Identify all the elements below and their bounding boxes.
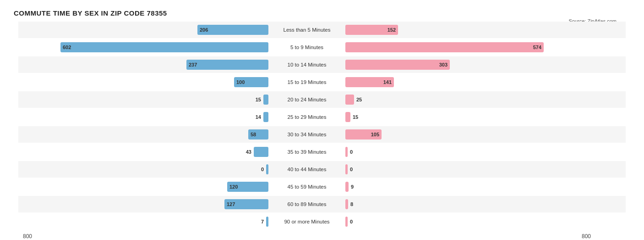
row-label: 90 or more Minutes xyxy=(270,219,344,224)
male-value: 127 xyxy=(227,201,235,207)
male-value: 120 xyxy=(229,184,238,190)
right-bar-container: 152 xyxy=(344,25,595,35)
chart-row: 14 25 to 29 Minutes 15 xyxy=(18,109,626,125)
row-label: 40 to 44 Minutes xyxy=(270,167,344,172)
row-label: 60 to 89 Minutes xyxy=(270,201,344,207)
right-bar-container: 25 xyxy=(344,95,595,105)
right-bar-container: 574 xyxy=(344,42,595,52)
female-value: 303 xyxy=(439,62,448,67)
female-value: 9 xyxy=(351,184,365,190)
right-bar-container: 15 xyxy=(344,112,595,122)
male-bar: 58 xyxy=(248,129,268,140)
row-label: 5 to 9 Minutes xyxy=(270,45,344,50)
female-bar xyxy=(345,147,348,157)
left-bar-container: 14 xyxy=(18,112,270,122)
male-bar: 237 xyxy=(186,60,268,70)
female-value: 15 xyxy=(353,114,366,120)
left-bar-container: 206 xyxy=(18,25,270,35)
female-bar: 105 xyxy=(345,129,382,140)
male-bar: 127 xyxy=(224,199,268,209)
female-bar: 152 xyxy=(345,25,398,35)
right-bar-container: 0 xyxy=(344,147,595,157)
axis-left-value: 800 xyxy=(18,233,270,240)
chart-row: 100 15 to 19 Minutes 141 xyxy=(18,74,626,90)
female-value: 141 xyxy=(383,79,392,85)
left-bar-container: 7 xyxy=(18,217,270,227)
male-value: 100 xyxy=(236,79,245,85)
male-bar xyxy=(263,112,268,122)
male-value: 0 xyxy=(250,167,264,172)
chart-row: 127 60 to 89 Minutes 8 xyxy=(18,196,626,212)
female-bar xyxy=(345,95,354,105)
female-value: 8 xyxy=(350,201,364,207)
male-value: 15 xyxy=(247,97,261,102)
female-bar xyxy=(345,112,350,122)
chart-title: COMMUTE TIME BY SEX IN ZIP CODE 78355 xyxy=(14,9,630,17)
chart-row: 602 5 to 9 Minutes 574 xyxy=(18,39,626,56)
chart-row: 120 45 to 59 Minutes 9 xyxy=(18,179,626,195)
chart-row: 7 90 or more Minutes 0 xyxy=(18,213,626,230)
axis-row: 800 800 xyxy=(18,231,626,240)
female-bar xyxy=(345,164,348,174)
male-value: 237 xyxy=(189,62,197,67)
axis-right-value: 800 xyxy=(344,233,595,240)
female-value: 25 xyxy=(356,97,370,102)
female-bar xyxy=(345,182,349,192)
female-bar: 303 xyxy=(345,60,450,70)
right-bar-container: 8 xyxy=(344,199,595,209)
left-bar-container: 43 xyxy=(18,147,270,157)
female-value: 152 xyxy=(387,27,396,33)
female-value: 105 xyxy=(371,132,379,137)
chart-row: 15 20 to 24 Minutes 25 xyxy=(18,91,626,108)
row-label: 25 to 29 Minutes xyxy=(270,114,344,120)
row-label: 30 to 34 Minutes xyxy=(270,132,344,137)
chart-row: 237 10 to 14 Minutes 303 xyxy=(18,56,626,73)
left-bar-container: 120 xyxy=(18,182,270,192)
right-bar-container: 9 xyxy=(344,182,595,192)
male-value: 206 xyxy=(200,27,208,33)
male-bar: 602 xyxy=(60,42,268,52)
right-bar-container: 0 xyxy=(344,164,595,174)
row-label: 20 to 24 Minutes xyxy=(270,97,344,102)
chart-area: 206 Less than 5 Minutes 152 602 5 to 9 M… xyxy=(14,22,630,240)
left-bar-container: 15 xyxy=(18,95,270,105)
left-bar-container: 0 xyxy=(18,164,270,174)
female-value: 0 xyxy=(350,167,364,172)
female-bar xyxy=(345,199,348,209)
right-bar-container: 303 xyxy=(344,60,595,70)
male-bar xyxy=(266,164,268,174)
male-value: 602 xyxy=(63,45,71,50)
chart-row: 206 Less than 5 Minutes 152 xyxy=(18,22,626,38)
male-bar: 100 xyxy=(234,77,268,87)
female-bar xyxy=(345,217,348,227)
right-bar-container: 141 xyxy=(344,77,595,87)
male-bar: 120 xyxy=(227,182,268,192)
row-label: 10 to 14 Minutes xyxy=(270,62,344,67)
chart-row: 43 35 to 39 Minutes 0 xyxy=(18,144,626,160)
chart-row: 0 40 to 44 Minutes 0 xyxy=(18,161,626,178)
left-bar-container: 237 xyxy=(18,60,270,70)
male-value: 14 xyxy=(247,114,261,120)
row-label: 45 to 59 Minutes xyxy=(270,184,344,190)
male-value: 43 xyxy=(238,149,251,155)
left-bar-container: 127 xyxy=(18,199,270,209)
male-bar xyxy=(254,147,268,157)
female-bar: 574 xyxy=(345,42,544,52)
right-bar-container: 0 xyxy=(344,217,595,227)
male-value: 58 xyxy=(251,132,256,137)
male-bar: 206 xyxy=(197,25,268,35)
chart-row: 58 30 to 34 Minutes 105 xyxy=(18,126,626,143)
left-bar-container: 100 xyxy=(18,77,270,87)
left-bar-container: 602 xyxy=(18,42,270,52)
female-value: 574 xyxy=(533,45,541,50)
female-value: 0 xyxy=(350,149,364,155)
row-label: 15 to 19 Minutes xyxy=(270,79,344,85)
left-bar-container: 58 xyxy=(18,129,270,140)
male-value: 7 xyxy=(250,219,264,224)
male-bar xyxy=(266,217,268,227)
female-value: 0 xyxy=(350,219,364,224)
row-label: Less than 5 Minutes xyxy=(270,27,344,33)
female-bar: 141 xyxy=(345,77,394,87)
male-bar xyxy=(263,95,268,105)
right-bar-container: 105 xyxy=(344,129,595,140)
